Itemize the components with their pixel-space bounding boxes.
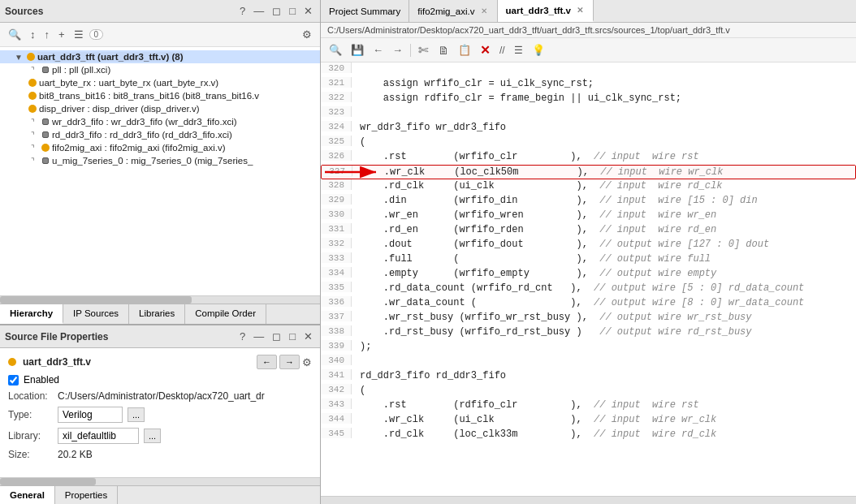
help-icon[interactable]: ? [237,4,248,18]
tab-project-summary[interactable]: Project Summary [321,0,409,22]
tree-item-wr-label: wr_ddr3_fifo : wr_ddr3_fifo (wr_ddr3_fif… [52,117,237,127]
expand-button[interactable]: ↑ [41,27,54,42]
tab-project-summary-label: Project Summary [329,6,400,16]
line-number: 342 [321,384,352,394]
code-line: 325( [321,136,856,150]
code-comment-button[interactable]: // [496,43,508,58]
line-content: assign rdfifo_clr = frame_begin || ui_cl… [352,92,856,104]
search-button[interactable]: 🔍 [5,27,24,42]
tab-fifo2mig-close[interactable]: ✕ [479,6,489,15]
sources-tree[interactable]: ▼ uart_ddr3_tft (uart_ddr3_tft.v) (8) ⌝ … [0,47,320,295]
code-table-button[interactable]: ☰ [511,43,526,58]
props-filename: uart_ddr3_tft.v [23,356,91,368]
list-button[interactable]: ☰ [71,27,87,42]
code-line: 328 .rd_clk (ui_clk ), // input wire rd_… [321,179,856,194]
line-number: 339 [321,340,352,351]
tree-item-pll-label: pll : pll (pll.xci) [52,65,110,75]
tree-item-rd-fifo[interactable]: ⌝ rd_ddr3_fifo : rd_ddr3_fifo (rd_ddr3_f… [0,128,320,141]
code-line: 339); [321,340,856,355]
props-minimize-icon[interactable]: — [251,330,266,343]
code-paste-button[interactable]: 📋 [455,42,474,58]
dot-rd-icon [39,131,52,138]
enabled-checkbox[interactable] [8,375,19,386]
maximize-icon[interactable]: □ [287,4,298,18]
code-line: 335 .rd_data_count (wrfifo_rd_cnt ), // … [321,282,856,296]
tab-uart-ddr3[interactable]: uart_ddr3_tft.v ✕ [498,0,594,22]
tree-item-uart-rx[interactable]: uart_byte_rx : uart_byte_rx (uart_byte_r… [0,76,320,89]
filepath-bar: C:/Users/Administrator/Desktop/acx720_ua… [321,23,856,38]
library-more-button[interactable]: ... [144,429,161,443]
code-delete-button[interactable]: ✕ [477,41,494,59]
line-content: .wr_clk (loc_clk50m ), // input wire wr_… [352,166,855,178]
tree-item-disp[interactable]: disp_driver : disp_driver (disp_driver.v… [0,102,320,115]
tree-item-fifo2mig[interactable]: ⌝ fifo2mig_axi : fifo2mig_axi (fifo2mig_… [0,141,320,154]
props-maximize-icon[interactable]: □ [287,330,298,343]
props-panel: Source File Properties ? — ◻ □ ✕ uart_dd… [0,325,320,504]
line-number: 323 [321,106,352,117]
add-button[interactable]: + [55,27,68,42]
line-content: .empty (wrfifo_empty ), // output wire e… [352,267,856,279]
type-more-button[interactable]: ... [128,407,145,422]
sources-tabs: Hierarchy IP Sources Libraries Compile O… [0,304,320,324]
settings-button[interactable]: ⚙ [299,27,315,42]
tab-fifo2mig[interactable]: fifo2mig_axi.v ✕ [409,0,497,22]
tab-general[interactable]: General [0,486,55,504]
code-bulb-button[interactable]: 💡 [529,42,548,58]
dot-wr-icon [39,118,52,125]
minimize-icon[interactable]: — [251,4,266,18]
code-cut-button[interactable]: ✄ [415,41,432,59]
props-help-icon[interactable]: ? [237,330,248,343]
tree-item-wr-fifo[interactable]: ⌝ wr_ddr3_fifo : wr_ddr3_fifo (wr_ddr3_f… [0,115,320,128]
restore-icon[interactable]: ◻ [270,4,283,18]
code-area[interactable]: 320321 assign wrfifo_clr = ui_clk_sync_r… [321,62,856,496]
code-back-button[interactable]: ← [370,42,387,58]
right-panel: Project Summary fifo2mig_axi.v ✕ uart_dd… [321,0,856,504]
tree-item-umig[interactable]: ⌝ u_mig_7series_0 : mig_7series_0 (mig_7… [0,154,320,167]
nav-next-button[interactable]: → [279,355,300,369]
code-save-button[interactable]: 💾 [348,42,367,58]
props-gear-button[interactable]: ⚙ [302,355,312,369]
props-close-icon[interactable]: ✕ [301,330,315,343]
collapse-button[interactable]: ↕ [27,27,39,42]
props-hscroll[interactable] [0,477,320,485]
tab-compile-order[interactable]: Compile Order [185,304,266,324]
line-number: 331 [321,223,352,234]
library-input[interactable] [58,428,139,444]
tab-ip-sources[interactable]: IP Sources [63,304,129,324]
tab-uart-ddr3-close[interactable]: ✕ [575,6,585,15]
code-line: 322 assign rdfifo_clr = frame_begin || u… [321,92,856,106]
dot-fifo2mig-icon [39,144,52,152]
type-input[interactable] [58,407,123,423]
code-line: 342( [321,384,856,398]
code-toolbar: 🔍 💾 ← → ✄ 🗎 📋 ✕ // ☰ 💡 [321,38,856,62]
props-restore-icon[interactable]: ◻ [270,330,283,343]
code-forward-button[interactable]: → [389,42,406,58]
sources-hscroll[interactable] [0,295,320,304]
tab-hierarchy[interactable]: Hierarchy [0,304,63,324]
code-search-button[interactable]: 🔍 [326,42,345,58]
line-number: 327 [322,166,352,176]
nav-prev-button[interactable]: ← [257,355,277,369]
tab-libraries[interactable]: Libraries [129,304,185,324]
sources-header-icons: ? — ◻ □ ✕ [237,4,315,18]
code-hscroll[interactable] [321,496,856,504]
tab-properties[interactable]: Properties [55,486,118,504]
line-content: .wr_rst_busy (wrfifo_wr_rst_busy ), // o… [352,311,856,323]
tree-item-root[interactable]: ▼ uart_ddr3_tft (uart_ddr3_tft.v) (8) [0,50,320,63]
tree-item-bit8-label: bit8_trans_bit16 : bit8_trans_bit16 (bit… [39,91,259,101]
tree-item-uart-rx-label: uart_byte_rx : uart_byte_rx (uart_byte_r… [39,78,218,88]
tree-item-bit8[interactable]: bit8_trans_bit16 : bit8_trans_bit16 (bit… [0,89,320,102]
line-number: 321 [321,77,352,88]
tab-uart-ddr3-label: uart_ddr3_tft.v [506,6,572,15]
line-content: .wr_en (wrfifo_wren ), // input wire wr_… [352,209,856,221]
code-wrapper: 320321 assign wrfifo_clr = ui_clk_sync_r… [321,62,856,504]
code-line: 333 .full ( ), // output wire full [321,252,856,267]
code-copy-button[interactable]: 🗎 [434,42,452,58]
props-dot-icon [8,358,16,366]
tree-item-pll[interactable]: ⌝ pll : pll (pll.xci) [0,63,320,76]
close-icon[interactable]: ✕ [301,4,315,18]
line-content: rd_ddr3_fifo rd_ddr3_fifo [352,369,856,381]
line-number: 328 [321,179,352,190]
code-line: 334 .empty (wrfifo_empty ), // output wi… [321,267,856,282]
line-number: 343 [321,398,352,409]
